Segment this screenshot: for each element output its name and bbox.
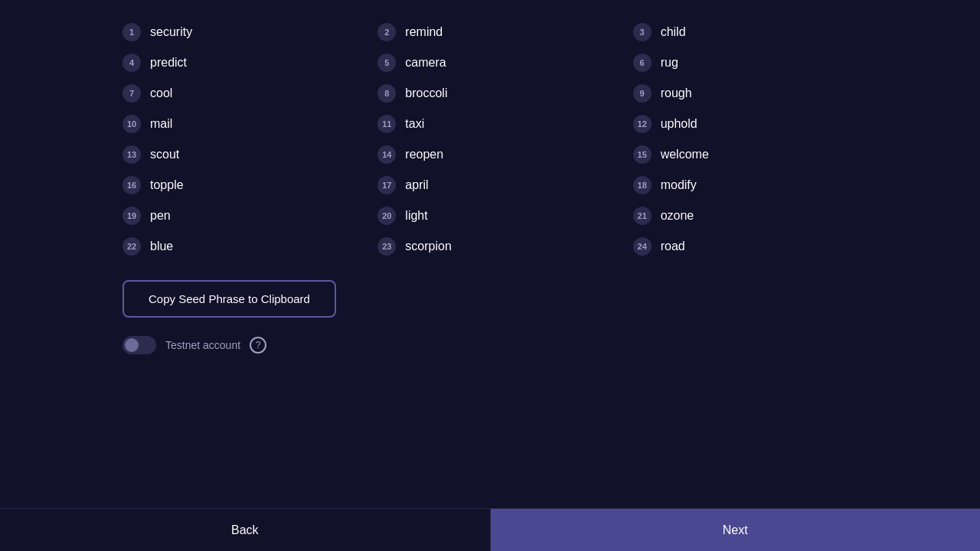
seed-item: 15 welcome bbox=[633, 145, 858, 164]
seed-word: rug bbox=[661, 56, 678, 70]
seed-phrase-grid: 1 security 2 remind 3 child 4 predict 5 … bbox=[122, 23, 858, 256]
seed-number: 11 bbox=[377, 115, 396, 133]
seed-word: rough bbox=[661, 86, 692, 100]
seed-number: 17 bbox=[377, 176, 396, 194]
seed-word: child bbox=[661, 25, 686, 39]
seed-word: light bbox=[405, 209, 427, 223]
seed-item: 22 blue bbox=[122, 237, 347, 256]
seed-number: 5 bbox=[377, 54, 396, 72]
seed-word: topple bbox=[150, 178, 184, 192]
seed-word: security bbox=[150, 25, 192, 39]
seed-number: 24 bbox=[633, 237, 652, 256]
seed-item: 2 remind bbox=[377, 23, 602, 41]
seed-word: blue bbox=[150, 240, 173, 253]
seed-number: 22 bbox=[122, 237, 141, 256]
footer: Back Next bbox=[0, 508, 980, 551]
testnet-toggle[interactable] bbox=[122, 336, 156, 354]
seed-item: 23 scorpion bbox=[377, 237, 602, 256]
seed-word: reopen bbox=[405, 148, 443, 161]
seed-item: 1 security bbox=[122, 23, 347, 41]
seed-item: 11 taxi bbox=[377, 115, 602, 133]
seed-item: 19 pen bbox=[122, 207, 347, 225]
seed-item: 10 mail bbox=[122, 115, 347, 133]
seed-word: remind bbox=[405, 25, 443, 39]
seed-word: modify bbox=[661, 178, 697, 192]
seed-word: pen bbox=[150, 209, 171, 223]
seed-item: 3 child bbox=[633, 23, 858, 41]
seed-item: 13 scout bbox=[122, 145, 347, 164]
seed-number: 19 bbox=[122, 207, 141, 225]
seed-word: scout bbox=[150, 148, 179, 161]
seed-item: 4 predict bbox=[122, 54, 347, 72]
seed-item: 24 road bbox=[633, 237, 858, 256]
back-button[interactable]: Back bbox=[0, 509, 491, 551]
seed-word: scorpion bbox=[405, 240, 451, 253]
seed-item: 9 rough bbox=[633, 84, 858, 103]
seed-word: ozone bbox=[661, 209, 694, 223]
help-icon[interactable]: ? bbox=[250, 337, 266, 354]
seed-word: camera bbox=[405, 56, 446, 70]
seed-number: 1 bbox=[122, 23, 141, 41]
seed-word: taxi bbox=[405, 117, 424, 131]
seed-number: 15 bbox=[633, 145, 652, 164]
seed-item: 16 topple bbox=[122, 176, 347, 194]
seed-item: 20 light bbox=[377, 207, 602, 225]
seed-word: uphold bbox=[661, 117, 697, 131]
seed-item: 12 uphold bbox=[633, 115, 858, 133]
seed-word: april bbox=[405, 178, 428, 192]
seed-word: welcome bbox=[661, 148, 709, 161]
seed-item: 7 cool bbox=[122, 84, 347, 103]
seed-word: road bbox=[661, 240, 685, 253]
seed-item: 6 rug bbox=[633, 54, 858, 72]
seed-word: mail bbox=[150, 117, 172, 131]
seed-number: 8 bbox=[377, 84, 396, 103]
copy-seed-button[interactable]: Copy Seed Phrase to Clipboard bbox=[122, 280, 336, 318]
main-content: 1 security 2 remind 3 child 4 predict 5 … bbox=[0, 0, 980, 508]
seed-item: 14 reopen bbox=[377, 145, 602, 164]
seed-number: 13 bbox=[122, 145, 141, 164]
seed-item: 8 broccoli bbox=[377, 84, 602, 103]
seed-word: predict bbox=[150, 56, 187, 70]
seed-item: 18 modify bbox=[633, 176, 858, 194]
seed-number: 16 bbox=[122, 176, 141, 194]
seed-number: 14 bbox=[377, 145, 396, 164]
seed-item: 17 april bbox=[377, 176, 602, 194]
next-button[interactable]: Next bbox=[491, 509, 981, 551]
seed-item: 21 ozone bbox=[633, 207, 858, 225]
seed-number: 9 bbox=[633, 84, 652, 103]
seed-number: 7 bbox=[122, 84, 141, 103]
seed-number: 18 bbox=[633, 176, 652, 194]
testnet-row: Testnet account ? bbox=[122, 336, 858, 354]
seed-number: 21 bbox=[633, 207, 652, 225]
seed-number: 3 bbox=[633, 23, 652, 41]
seed-word: cool bbox=[150, 86, 172, 100]
seed-number: 4 bbox=[122, 54, 141, 72]
seed-word: broccoli bbox=[405, 86, 447, 100]
seed-number: 6 bbox=[633, 54, 652, 72]
seed-number: 12 bbox=[633, 115, 652, 133]
testnet-label: Testnet account bbox=[165, 339, 240, 351]
seed-item: 5 camera bbox=[377, 54, 602, 72]
toggle-knob bbox=[125, 338, 139, 352]
seed-number: 20 bbox=[377, 207, 396, 225]
seed-number: 2 bbox=[377, 23, 396, 41]
seed-number: 10 bbox=[122, 115, 141, 133]
seed-number: 23 bbox=[377, 237, 396, 256]
